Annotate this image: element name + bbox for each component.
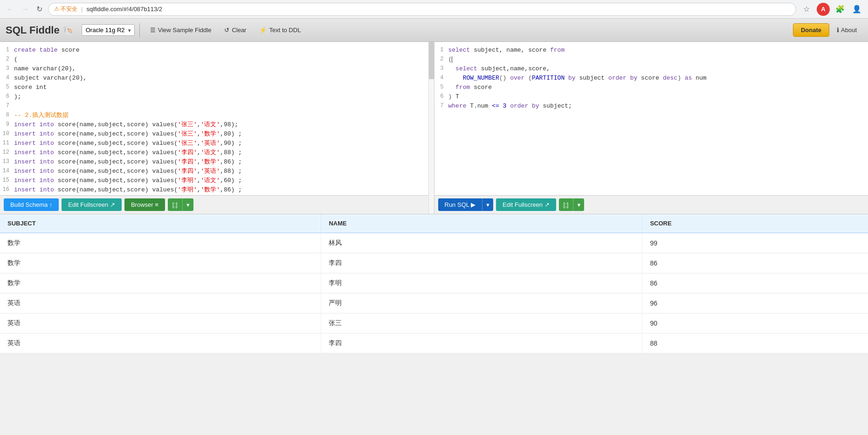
code-line: 7where T.num <= 3 order by subject; (434, 102, 868, 111)
code-line: 11insert into score(name,subject,score) … (0, 139, 427, 148)
build-schema-label: Build Schema ↑ (10, 201, 52, 208)
info-icon: ℹ (837, 27, 839, 34)
forward-button[interactable]: → (20, 3, 31, 15)
browser-chrome: ← → ↻ ⚠ 不安全 | sqlfiddle.com/#!4/087b113/… (0, 0, 868, 19)
donate-button[interactable]: Donate (793, 23, 829, 37)
run-sql-dropdown[interactable]: ▼ (482, 198, 493, 211)
line-content: name varchar(20), (14, 64, 427, 74)
table-row: 英语李四88 (0, 333, 868, 353)
line-number: 8 (0, 111, 14, 120)
about-button[interactable]: ℹ About (831, 24, 862, 36)
code-line: 12insert into score(name,subject,score) … (0, 148, 427, 157)
line-content: insert into score(name,subject,score) va… (14, 139, 427, 148)
line-number: 10 (0, 129, 14, 139)
col-header-subject: SUBJECT (0, 214, 321, 233)
code-line: 1select subject, name, score from (434, 46, 868, 55)
view-sample-icon: ☰ (150, 27, 156, 34)
code-line: 4 ROW_NUMBER() over (PARTITION by subjec… (434, 74, 868, 83)
line-content: ( (14, 55, 427, 64)
edit-fullscreen-left-button[interactable]: Edit Fullscreen ↗ (62, 198, 122, 211)
logo-text: SQL Fiddle (6, 24, 60, 36)
edit-fullscreen-right-label: Edit Fullscreen ↗ (503, 201, 550, 208)
line-content: -- 2.插入测试数据 (14, 111, 427, 120)
table-cell-name: 李四 (321, 333, 642, 353)
results-header-row: SUBJECT NAME SCORE (0, 214, 868, 233)
semicolon-left-dropdown[interactable]: ▼ (182, 198, 193, 211)
semicolon-right-dropdown[interactable]: ▼ (573, 198, 584, 211)
line-content: select subject, name, score from (448, 46, 868, 55)
line-number: 1 (0, 46, 14, 55)
code-line: 3 select subject,name,score, (434, 64, 868, 74)
line-number: 11 (0, 139, 14, 148)
table-cell-score: 86 (642, 253, 868, 273)
line-number: 2 (0, 55, 14, 64)
code-line: 6); (0, 92, 427, 102)
url-bar[interactable]: ⚠ 不安全 | sqlfiddle.com/#!4/087b113/2 (48, 3, 796, 16)
code-line: 16insert into score(name,subject,score) … (0, 185, 427, 195)
star-button[interactable]: ☆ (800, 3, 813, 16)
line-number: 9 (0, 120, 14, 129)
back-button[interactable]: ← (5, 3, 16, 15)
view-sample-button[interactable]: ☰ View Sample Fiddle (145, 24, 217, 36)
code-line: 5 from score (434, 83, 868, 92)
run-sql-group: Run SQL ▶ ▼ (438, 198, 494, 211)
line-number: 7 (434, 102, 448, 111)
line-number: 16 (0, 185, 14, 195)
table-cell-score: 96 (642, 293, 868, 313)
logo-icon: 🐚 (62, 25, 74, 36)
browser-label: Browser ≡ (131, 201, 158, 208)
browser-button[interactable]: Browser ≡ (124, 198, 165, 211)
table-cell-subject: 英语 (0, 333, 321, 353)
code-line: 4subject varchar(20), (0, 74, 427, 83)
extensions-button[interactable]: 🧩 (834, 3, 847, 16)
toolbar-divider-1 (139, 23, 140, 37)
line-content: ) T (448, 92, 868, 102)
table-cell-score: 99 (642, 233, 868, 253)
line-content: create table score (14, 46, 427, 55)
edit-fullscreen-right-button[interactable]: Edit Fullscreen ↗ (496, 198, 556, 211)
run-sql-button[interactable]: Run SQL ▶ (438, 198, 482, 211)
line-content: insert into score(name,subject,score) va… (14, 129, 427, 139)
table-cell-subject: 英语 (0, 293, 321, 313)
right-code-area[interactable]: 1select subject, name, score from2(3 sel… (434, 42, 868, 195)
text-to-ddl-label: Text to DDL (269, 27, 301, 34)
reload-button[interactable]: ↻ (34, 3, 44, 15)
clear-label: Clear (232, 27, 246, 34)
code-line: 14insert into score(name,subject,score) … (0, 167, 427, 176)
left-editor-panel: 1create table score2(3name varchar(20),4… (0, 42, 434, 214)
view-sample-label: View Sample Fiddle (158, 27, 212, 34)
left-scrollbar-thumb (429, 42, 434, 79)
right-bottom-bar: Run SQL ▶ ▼ Edit Fullscreen ↗ [;] ▼ (434, 195, 868, 214)
right-editor-panel: 1select subject, name, score from2(3 sel… (434, 42, 868, 214)
build-schema-button[interactable]: Build Schema ↑ (4, 198, 59, 211)
clear-button[interactable]: ↺ Clear (219, 24, 252, 36)
db-selector-wrap[interactable]: Oracle 11g R2 (82, 24, 135, 36)
donate-label: Donate (801, 27, 821, 34)
line-content: insert into score(name,subject,score) va… (14, 176, 427, 185)
code-line: 5score int (0, 83, 427, 92)
line-content: insert into score(name,subject,score) va… (14, 157, 427, 167)
db-selector[interactable]: Oracle 11g R2 (82, 24, 135, 36)
table-cell-name: 李明 (321, 273, 642, 293)
table-row: 数学李四86 (0, 253, 868, 273)
text-to-ddl-button[interactable]: ⚡ Text to DDL (254, 24, 306, 36)
results-tbody: 数学林风99数学李四86数学李明86英语严明96英语张三90英语李四88 (0, 233, 868, 353)
code-line: 15insert into score(name,subject,score) … (0, 176, 427, 185)
left-code-area[interactable]: 1create table score2(3name varchar(20),4… (0, 42, 434, 195)
results-thead: SUBJECT NAME SCORE (0, 214, 868, 233)
editors-row: 1create table score2(3name varchar(20),4… (0, 42, 868, 214)
line-content: select subject,name,score, (448, 64, 868, 74)
clear-icon: ↺ (224, 27, 229, 34)
line-number: 4 (0, 74, 14, 83)
line-number: 3 (0, 64, 14, 74)
semicolon-right-button[interactable]: [;] (559, 198, 573, 211)
code-line: 13insert into score(name,subject,score) … (0, 157, 427, 167)
left-scrollbar[interactable] (428, 42, 434, 214)
code-line: 1create table score (0, 46, 427, 55)
profile-button[interactable]: 👤 (850, 3, 863, 16)
code-line: 10insert into score(name,subject,score) … (0, 129, 427, 139)
table-cell-name: 李四 (321, 253, 642, 273)
line-number: 17 (0, 195, 14, 195)
semicolon-left-button[interactable]: [;] (168, 198, 182, 211)
security-warning: ⚠ 不安全 (54, 5, 77, 13)
